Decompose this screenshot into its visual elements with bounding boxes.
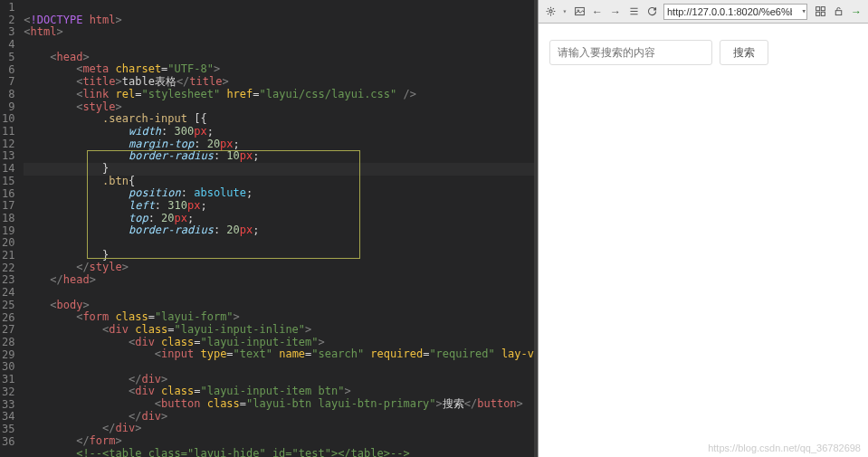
refresh-icon[interactable] bbox=[644, 4, 660, 20]
list-icon[interactable] bbox=[625, 4, 642, 20]
svg-rect-5 bbox=[816, 12, 819, 15]
code-area[interactable]: <!DOCTYPE html><html> <head> <meta chars… bbox=[20, 0, 534, 457]
forward-icon[interactable]: → bbox=[607, 4, 624, 20]
settings-icon[interactable] bbox=[542, 4, 558, 20]
svg-rect-3 bbox=[816, 7, 819, 11]
svg-point-0 bbox=[548, 10, 551, 13]
picture-icon[interactable] bbox=[571, 4, 587, 20]
browser-preview-pane: ▾ ← → ▾ → 搜索 https://blog.csdn.net/qq_36… bbox=[538, 0, 868, 457]
url-input[interactable] bbox=[663, 4, 807, 20]
code-editor-pane[interactable]: 1234567891011121314151617181920212223242… bbox=[0, 0, 534, 457]
go-icon[interactable]: → bbox=[848, 4, 864, 20]
svg-rect-4 bbox=[821, 7, 825, 11]
watermark-text: https://blog.csdn.net/qq_36782698 bbox=[708, 443, 861, 453]
preview-toolbar: ▾ ← → ▾ → bbox=[539, 0, 868, 24]
lock-icon[interactable] bbox=[830, 4, 846, 20]
search-button[interactable]: 搜索 bbox=[720, 40, 768, 65]
search-input[interactable] bbox=[549, 40, 712, 65]
dropdown-icon: ▾ bbox=[560, 4, 569, 20]
svg-rect-6 bbox=[821, 12, 825, 15]
line-number-gutter: 1234567891011121314151617181920212223242… bbox=[0, 0, 20, 457]
svg-rect-7 bbox=[835, 11, 842, 15]
search-form: 搜索 bbox=[549, 40, 857, 65]
grid-icon[interactable] bbox=[812, 4, 828, 20]
preview-body: 搜索 bbox=[539, 24, 868, 457]
back-icon[interactable]: ← bbox=[589, 4, 606, 20]
url-input-wrap: ▾ bbox=[663, 4, 808, 20]
